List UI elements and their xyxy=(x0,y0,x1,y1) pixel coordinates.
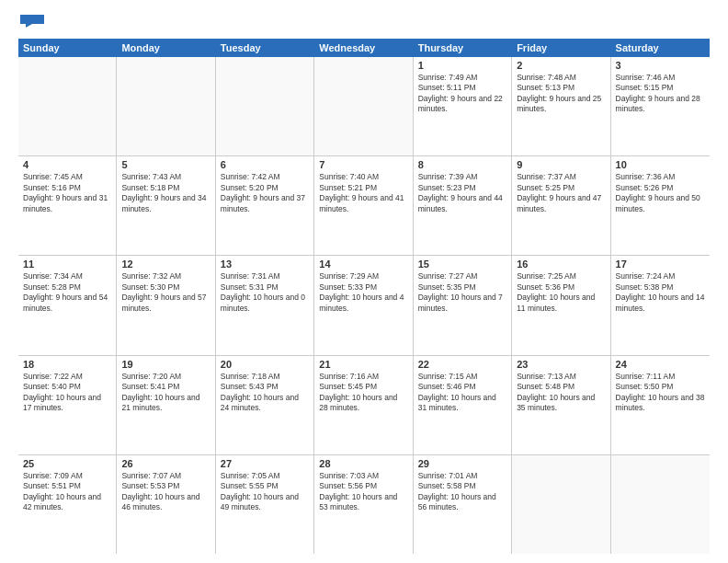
day-number: 16 xyxy=(517,259,605,270)
calendar-cell: 18Sunrise: 7:22 AM Sunset: 5:40 PM Dayli… xyxy=(18,356,117,454)
day-info: Sunrise: 7:27 AM Sunset: 5:35 PM Dayligh… xyxy=(418,271,506,314)
day-number: 20 xyxy=(221,359,309,370)
day-info: Sunrise: 7:09 AM Sunset: 5:51 PM Dayligh… xyxy=(23,471,111,513)
page: SundayMondayTuesdayWednesdayThursdayFrid… xyxy=(0,0,728,563)
day-number: 21 xyxy=(319,359,407,370)
calendar-cell: 21Sunrise: 7:16 AM Sunset: 5:45 PM Dayli… xyxy=(314,356,413,454)
header xyxy=(18,15,710,31)
calendar-row-2: 4Sunrise: 7:45 AM Sunset: 5:16 PM Daylig… xyxy=(18,156,710,256)
day-number: 19 xyxy=(121,359,210,370)
calendar-cell: 5Sunrise: 7:43 AM Sunset: 5:18 PM Daylig… xyxy=(117,156,215,255)
calendar-cell: 11Sunrise: 7:34 AM Sunset: 5:28 PM Dayli… xyxy=(18,256,117,354)
day-info: Sunrise: 7:46 AM Sunset: 5:15 PM Dayligh… xyxy=(616,73,705,115)
logo-icon xyxy=(18,15,46,28)
header-day-sunday: Sunday xyxy=(18,39,117,57)
logo xyxy=(18,15,46,31)
header-day-thursday: Thursday xyxy=(414,39,512,57)
calendar-row-5: 25Sunrise: 7:09 AM Sunset: 5:51 PM Dayli… xyxy=(18,455,710,554)
day-number: 18 xyxy=(23,359,111,370)
header-day-saturday: Saturday xyxy=(611,39,710,57)
calendar-cell: 10Sunrise: 7:36 AM Sunset: 5:26 PM Dayli… xyxy=(611,156,710,255)
calendar-cell xyxy=(512,455,610,554)
day-info: Sunrise: 7:37 AM Sunset: 5:25 PM Dayligh… xyxy=(517,172,605,214)
day-number: 26 xyxy=(121,458,210,469)
calendar-cell: 13Sunrise: 7:31 AM Sunset: 5:31 PM Dayli… xyxy=(216,256,314,354)
day-number: 5 xyxy=(121,159,210,170)
day-info: Sunrise: 7:05 AM Sunset: 5:55 PM Dayligh… xyxy=(221,471,309,513)
header-day-tuesday: Tuesday xyxy=(216,39,314,57)
day-number: 13 xyxy=(221,259,309,270)
day-number: 17 xyxy=(616,259,705,270)
calendar-header: SundayMondayTuesdayWednesdayThursdayFrid… xyxy=(18,39,710,57)
day-number: 22 xyxy=(418,359,506,370)
day-info: Sunrise: 7:07 AM Sunset: 5:53 PM Dayligh… xyxy=(121,471,210,513)
day-info: Sunrise: 7:16 AM Sunset: 5:45 PM Dayligh… xyxy=(319,372,407,414)
calendar-body: 1Sunrise: 7:49 AM Sunset: 5:11 PM Daylig… xyxy=(18,57,710,554)
day-number: 1 xyxy=(418,60,506,71)
day-number: 9 xyxy=(517,159,605,170)
calendar: SundayMondayTuesdayWednesdayThursdayFrid… xyxy=(18,39,710,554)
calendar-cell: 8Sunrise: 7:39 AM Sunset: 5:23 PM Daylig… xyxy=(414,156,512,255)
day-info: Sunrise: 7:34 AM Sunset: 5:28 PM Dayligh… xyxy=(23,271,111,314)
calendar-row-3: 11Sunrise: 7:34 AM Sunset: 5:28 PM Dayli… xyxy=(18,256,710,355)
day-info: Sunrise: 7:40 AM Sunset: 5:21 PM Dayligh… xyxy=(319,172,407,214)
day-number: 2 xyxy=(517,60,605,71)
day-info: Sunrise: 7:03 AM Sunset: 5:56 PM Dayligh… xyxy=(319,471,407,513)
day-info: Sunrise: 7:20 AM Sunset: 5:41 PM Dayligh… xyxy=(121,372,210,414)
calendar-cell: 12Sunrise: 7:32 AM Sunset: 5:30 PM Dayli… xyxy=(117,256,215,354)
day-info: Sunrise: 7:15 AM Sunset: 5:46 PM Dayligh… xyxy=(418,372,506,414)
calendar-cell: 9Sunrise: 7:37 AM Sunset: 5:25 PM Daylig… xyxy=(512,156,610,255)
calendar-cell: 26Sunrise: 7:07 AM Sunset: 5:53 PM Dayli… xyxy=(117,455,215,554)
calendar-cell: 28Sunrise: 7:03 AM Sunset: 5:56 PM Dayli… xyxy=(314,455,413,554)
day-number: 4 xyxy=(23,159,111,170)
day-info: Sunrise: 7:29 AM Sunset: 5:33 PM Dayligh… xyxy=(319,271,407,314)
day-info: Sunrise: 7:36 AM Sunset: 5:26 PM Dayligh… xyxy=(616,172,705,214)
day-info: Sunrise: 7:11 AM Sunset: 5:50 PM Dayligh… xyxy=(616,372,705,414)
calendar-cell: 2Sunrise: 7:48 AM Sunset: 5:13 PM Daylig… xyxy=(512,57,610,155)
day-info: Sunrise: 7:01 AM Sunset: 5:58 PM Dayligh… xyxy=(418,471,506,513)
calendar-cell: 7Sunrise: 7:40 AM Sunset: 5:21 PM Daylig… xyxy=(314,156,413,255)
day-info: Sunrise: 7:45 AM Sunset: 5:16 PM Dayligh… xyxy=(23,172,111,214)
header-day-friday: Friday xyxy=(512,39,610,57)
day-number: 23 xyxy=(517,359,605,370)
calendar-cell xyxy=(117,57,215,155)
calendar-cell: 1Sunrise: 7:49 AM Sunset: 5:11 PM Daylig… xyxy=(414,57,512,155)
day-number: 3 xyxy=(616,60,705,71)
calendar-cell: 23Sunrise: 7:13 AM Sunset: 5:48 PM Dayli… xyxy=(512,356,610,454)
day-info: Sunrise: 7:18 AM Sunset: 5:43 PM Dayligh… xyxy=(221,372,309,414)
calendar-cell xyxy=(18,57,117,155)
day-number: 27 xyxy=(221,458,309,469)
calendar-cell: 20Sunrise: 7:18 AM Sunset: 5:43 PM Dayli… xyxy=(216,356,314,454)
calendar-cell: 25Sunrise: 7:09 AM Sunset: 5:51 PM Dayli… xyxy=(18,455,117,554)
calendar-cell: 3Sunrise: 7:46 AM Sunset: 5:15 PM Daylig… xyxy=(611,57,710,155)
day-info: Sunrise: 7:32 AM Sunset: 5:30 PM Dayligh… xyxy=(121,271,210,314)
day-number: 11 xyxy=(23,259,111,270)
day-number: 7 xyxy=(319,159,407,170)
calendar-cell: 15Sunrise: 7:27 AM Sunset: 5:35 PM Dayli… xyxy=(414,256,512,354)
day-number: 15 xyxy=(418,259,506,270)
day-info: Sunrise: 7:25 AM Sunset: 5:36 PM Dayligh… xyxy=(517,271,605,314)
calendar-cell: 27Sunrise: 7:05 AM Sunset: 5:55 PM Dayli… xyxy=(216,455,314,554)
calendar-cell: 6Sunrise: 7:42 AM Sunset: 5:20 PM Daylig… xyxy=(216,156,314,255)
day-info: Sunrise: 7:22 AM Sunset: 5:40 PM Dayligh… xyxy=(23,372,111,414)
day-info: Sunrise: 7:31 AM Sunset: 5:31 PM Dayligh… xyxy=(221,271,309,314)
day-info: Sunrise: 7:43 AM Sunset: 5:18 PM Dayligh… xyxy=(121,172,210,214)
calendar-cell: 22Sunrise: 7:15 AM Sunset: 5:46 PM Dayli… xyxy=(414,356,512,454)
day-number: 8 xyxy=(418,159,506,170)
calendar-cell xyxy=(314,57,413,155)
day-info: Sunrise: 7:24 AM Sunset: 5:38 PM Dayligh… xyxy=(616,271,705,314)
calendar-row-4: 18Sunrise: 7:22 AM Sunset: 5:40 PM Dayli… xyxy=(18,356,710,455)
calendar-cell: 14Sunrise: 7:29 AM Sunset: 5:33 PM Dayli… xyxy=(314,256,413,354)
calendar-cell: 19Sunrise: 7:20 AM Sunset: 5:41 PM Dayli… xyxy=(117,356,215,454)
svg-marker-0 xyxy=(20,15,44,28)
calendar-row-1: 1Sunrise: 7:49 AM Sunset: 5:11 PM Daylig… xyxy=(18,57,710,156)
calendar-cell: 4Sunrise: 7:45 AM Sunset: 5:16 PM Daylig… xyxy=(18,156,117,255)
day-info: Sunrise: 7:48 AM Sunset: 5:13 PM Dayligh… xyxy=(517,73,605,115)
calendar-cell: 16Sunrise: 7:25 AM Sunset: 5:36 PM Dayli… xyxy=(512,256,610,354)
day-number: 10 xyxy=(616,159,705,170)
header-day-wednesday: Wednesday xyxy=(314,39,413,57)
calendar-cell xyxy=(611,455,710,554)
day-info: Sunrise: 7:13 AM Sunset: 5:48 PM Dayligh… xyxy=(517,372,605,414)
calendar-cell: 29Sunrise: 7:01 AM Sunset: 5:58 PM Dayli… xyxy=(414,455,512,554)
day-info: Sunrise: 7:42 AM Sunset: 5:20 PM Dayligh… xyxy=(221,172,309,214)
